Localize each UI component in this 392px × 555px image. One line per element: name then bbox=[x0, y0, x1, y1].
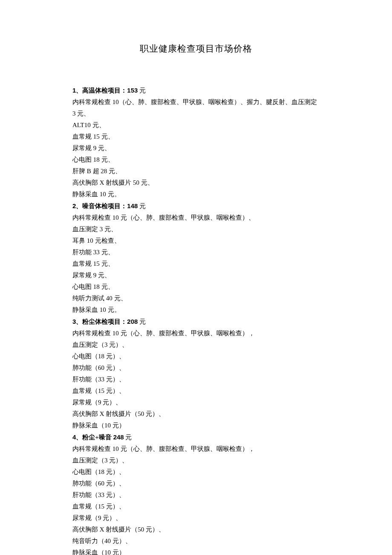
section-price: 208 bbox=[127, 318, 138, 325]
item-line: 肝功能（33 元）、 bbox=[72, 489, 320, 501]
item-line: 高伏胸部 X 射线摄片 50 元、 bbox=[72, 177, 320, 189]
item-line: ALT10 元、 bbox=[72, 119, 320, 131]
item-line: 血常规（15 元）、 bbox=[72, 501, 320, 512]
item-line: 肝脾 B 超 28 元、 bbox=[72, 166, 320, 177]
item-line: 血压测定（3 元）、 bbox=[72, 455, 320, 466]
item-line: 内科常规检查 10 元（心、肺、腹部检查、甲状腺、咽喉检查）、 bbox=[72, 212, 320, 224]
section-label: 、高温体检项目： bbox=[76, 87, 127, 94]
item-line: 内科常规检查 10 元（心、肺、腹部检查、甲状腺、咽喉检查）， bbox=[72, 328, 320, 339]
item-line: 静脉采血 10 元。 bbox=[72, 189, 320, 200]
item-line: 血常规 15 元、 bbox=[72, 258, 320, 270]
item-line: 血压测定（3 元）、 bbox=[72, 339, 320, 351]
item-line: 血常规（15 元）、 bbox=[72, 385, 320, 397]
item-line: 肝功能（33 元）、 bbox=[72, 374, 320, 385]
section-price: 153 bbox=[127, 87, 138, 94]
item-line: 心电图（18 元）、 bbox=[72, 351, 320, 362]
section-unit: 元 bbox=[138, 87, 146, 94]
item-line: 心电图（18 元）、 bbox=[72, 466, 320, 478]
section-title: 1、高温体检项目：153 元 bbox=[72, 84, 320, 96]
document-page: 职业健康检查项目市场价格 1、高温体检项目：153 元内科常规检查 10（心、肺… bbox=[0, 0, 392, 555]
item-line: 肝功能 33 元、 bbox=[72, 247, 320, 258]
section-unit: 元 bbox=[124, 434, 132, 441]
item-line: 尿常规 9 元、 bbox=[72, 142, 320, 154]
item-line: 心电图 18 元、 bbox=[72, 281, 320, 293]
item-line: 静脉采血（10 元） bbox=[72, 420, 320, 431]
section-price: 148 bbox=[127, 202, 138, 209]
section-label: 、粉尘+噪音 bbox=[76, 434, 113, 441]
section-price: 248 bbox=[113, 433, 124, 441]
section-unit: 元 bbox=[138, 203, 146, 209]
item-line: 纯听力测试 40 元、 bbox=[72, 293, 320, 304]
item-line: 静脉采血（10 元） bbox=[72, 547, 320, 555]
section-label: 、粉尘体检项目： bbox=[76, 318, 127, 325]
item-line: 血常规 15 元、 bbox=[72, 131, 320, 142]
item-line: 耳鼻 10 元检查、 bbox=[72, 235, 320, 247]
item-line: 纯音听力（40 元）、 bbox=[72, 535, 320, 547]
item-line: 心电图 18 元、 bbox=[72, 154, 320, 166]
item-line: 内科常规检查 10 元（心、肺、腹部检查、甲状腺、咽喉检查）， bbox=[72, 443, 320, 455]
item-line: 高伏胸部 X 射线摄片（50 元）、 bbox=[72, 408, 320, 420]
section-title: 3、粉尘体检项目：208 元 bbox=[72, 316, 320, 328]
document-body: 1、高温体检项目：153 元内科常规检查 10（心、肺、腹部检查、甲状腺、咽喉检… bbox=[72, 84, 320, 555]
item-line: 静脉采血 10 元。 bbox=[72, 304, 320, 316]
section-label: 、噪音体检项目： bbox=[76, 203, 127, 209]
item-line: 肺功能（60 元）、 bbox=[72, 478, 320, 489]
section-unit: 元 bbox=[138, 318, 146, 325]
item-line: 血压测定 3 元、 bbox=[72, 224, 320, 235]
item-line: 肺功能（60 元）、 bbox=[72, 362, 320, 374]
section-title: 2、噪音体检项目：148 元 bbox=[72, 200, 320, 212]
document-title: 职业健康检查项目市场价格 bbox=[72, 43, 320, 55]
item-line: 尿常规 9 元、 bbox=[72, 270, 320, 281]
item-line: 内科常规检查 10（心、肺、腹部检查、甲状腺、咽喉检查）、握力、腱反射、血压测定… bbox=[72, 96, 320, 119]
item-line: 尿常规（9 元）、 bbox=[72, 397, 320, 408]
item-line: 尿常规（9 元）、 bbox=[72, 512, 320, 524]
item-line: 高伏胸部 X 射线摄片（50 元）、 bbox=[72, 524, 320, 535]
section-title: 4、粉尘+噪音 248 元 bbox=[72, 431, 320, 443]
